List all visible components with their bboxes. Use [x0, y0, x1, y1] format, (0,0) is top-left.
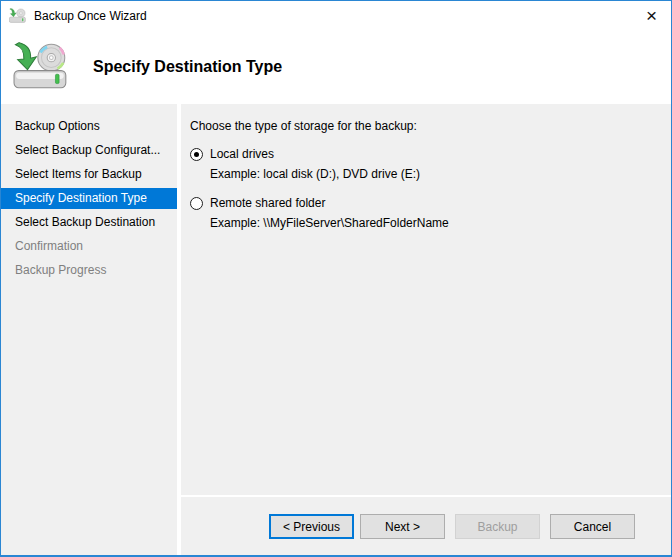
- local-drives-label: Local drives: [210, 147, 274, 161]
- sidebar-item-select-backup-destination: Select Backup Destination: [1, 212, 177, 233]
- sidebar-item-backup-options: Backup Options: [1, 116, 177, 137]
- remote-shared-folder-radio-button[interactable]: [190, 197, 203, 210]
- radio-option-local-drives[interactable]: Local drives Example: local disk (D:), D…: [190, 147, 661, 181]
- local-drives-radio-button[interactable]: [190, 148, 203, 161]
- remote-shared-folder-example: Example: \\MyFileServer\SharedFolderName: [210, 216, 661, 230]
- content-pane: Choose the type of storage for the backu…: [181, 104, 671, 555]
- next-button[interactable]: Next >: [360, 514, 445, 539]
- wizard-header: Specify Destination Type: [1, 30, 671, 104]
- cancel-button[interactable]: Cancel: [550, 514, 635, 539]
- storage-type-heading: Choose the type of storage for the backu…: [190, 119, 661, 133]
- footer-divider: [181, 495, 671, 497]
- window-title: Backup Once Wizard: [34, 9, 147, 23]
- sidebar-item-confirmation: Confirmation: [1, 236, 177, 257]
- sidebar-item-select-items-for-backup: Select Items for Backup: [1, 164, 177, 185]
- radio-option-remote-shared-folder[interactable]: Remote shared folder Example: \\MyFileSe…: [190, 196, 661, 230]
- wizard-mini-icon: [9, 8, 27, 24]
- close-icon[interactable]: ×: [646, 8, 657, 24]
- sidebar-item-backup-progress: Backup Progress: [1, 260, 177, 281]
- title-bar: Backup Once Wizard ×: [1, 1, 671, 30]
- local-drives-example: Example: local disk (D:), DVD drive (E:): [210, 167, 661, 181]
- backup-once-wizard-window: Backup Once Wizard × Specify Destination…: [0, 0, 672, 557]
- sidebar-item-select-backup-configuration: Select Backup Configurat...: [1, 140, 177, 161]
- wizard-steps-sidebar: Backup Options Select Backup Configurat.…: [1, 104, 177, 555]
- backup-destination-icon: [13, 42, 71, 92]
- backup-button[interactable]: Backup: [455, 514, 540, 539]
- page-title: Specify Destination Type: [93, 58, 282, 76]
- footer-button-row: < Previous Next > Backup Cancel: [269, 514, 635, 539]
- previous-button[interactable]: < Previous: [269, 514, 354, 539]
- sidebar-item-specify-destination-type: Specify Destination Type: [1, 188, 177, 209]
- remote-shared-folder-label: Remote shared folder: [210, 196, 325, 210]
